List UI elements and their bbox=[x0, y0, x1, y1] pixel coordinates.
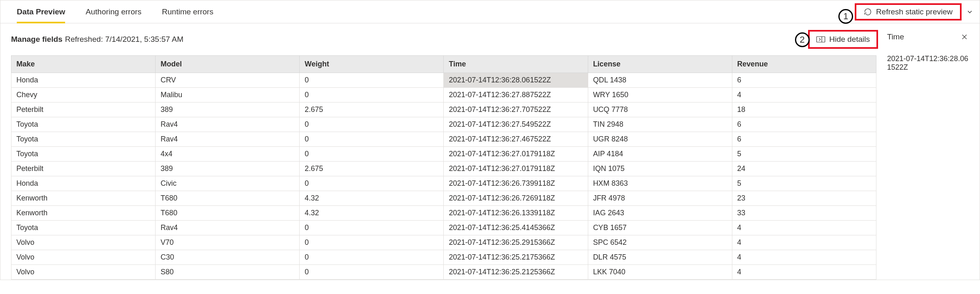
table-row[interactable]: VolvoV7002021-07-14T12:36:25.2915366ZSPC… bbox=[11, 235, 876, 250]
table-cell[interactable]: 0 bbox=[300, 117, 444, 132]
table-cell[interactable]: Honda bbox=[11, 73, 156, 88]
table-cell[interactable]: 0 bbox=[300, 250, 444, 265]
table-row[interactable]: KenworthT6804.322021-07-14T12:36:26.1339… bbox=[11, 206, 876, 221]
table-cell[interactable]: 4.32 bbox=[300, 206, 444, 221]
table-cell[interactable]: 4.32 bbox=[300, 191, 444, 206]
expand-toggle-button[interactable] bbox=[960, 0, 980, 23]
table-cell[interactable]: Toyota bbox=[11, 147, 156, 162]
table-cell[interactable]: DLR 4575 bbox=[588, 250, 732, 265]
table-cell[interactable]: QDL 1438 bbox=[588, 73, 732, 88]
table-cell[interactable]: 2021-07-14T12:36:25.4145366Z bbox=[444, 221, 588, 235]
table-cell[interactable]: 0 bbox=[300, 221, 444, 235]
table-row[interactable]: ToyotaRav402021-07-14T12:36:27.549522ZTI… bbox=[11, 117, 876, 132]
table-row[interactable]: VolvoS8002021-07-14T12:36:25.2125366ZLKK… bbox=[11, 265, 876, 280]
table-cell[interactable]: 4 bbox=[732, 250, 876, 265]
table-cell[interactable]: WRY 1650 bbox=[588, 88, 732, 103]
table-cell[interactable]: C30 bbox=[156, 250, 300, 265]
table-cell[interactable]: TIN 2948 bbox=[588, 117, 732, 132]
table-cell[interactable]: Rav4 bbox=[156, 117, 300, 132]
table-row[interactable]: KenworthT6804.322021-07-14T12:36:26.7269… bbox=[11, 191, 876, 206]
table-cell[interactable]: 4 bbox=[732, 88, 876, 103]
hide-details-button[interactable]: Hide details bbox=[810, 32, 876, 47]
table-cell[interactable]: 2021-07-14T12:36:27.707522Z bbox=[444, 103, 588, 117]
table-cell[interactable]: CRV bbox=[156, 73, 300, 88]
column-header[interactable]: Time bbox=[444, 56, 588, 73]
table-cell[interactable]: 0 bbox=[300, 147, 444, 162]
table-cell[interactable]: Volvo bbox=[11, 235, 156, 250]
tab-authoring-errors[interactable]: Authoring errors bbox=[80, 0, 147, 23]
data-table[interactable]: MakeModelWeightTimeLicenseRevenue HondaC… bbox=[11, 55, 876, 280]
column-header[interactable]: Weight bbox=[300, 56, 444, 73]
table-cell[interactable]: Peterbilt bbox=[11, 162, 156, 176]
table-cell[interactable]: CYB 1657 bbox=[588, 221, 732, 235]
table-cell[interactable]: 2021-07-14T12:36:27.0179118Z bbox=[444, 162, 588, 176]
table-cell[interactable]: T680 bbox=[156, 206, 300, 221]
table-cell[interactable]: 0 bbox=[300, 73, 444, 88]
table-cell[interactable]: 2.675 bbox=[300, 162, 444, 176]
table-cell[interactable]: SPC 6542 bbox=[588, 235, 732, 250]
table-cell[interactable]: 2021-07-14T12:36:25.2915366Z bbox=[444, 235, 588, 250]
table-row[interactable]: HondaCivic02021-07-14T12:36:26.7399118ZH… bbox=[11, 176, 876, 191]
table-cell[interactable]: 0 bbox=[300, 88, 444, 103]
table-cell[interactable]: 0 bbox=[300, 235, 444, 250]
table-cell[interactable]: 5 bbox=[732, 176, 876, 191]
table-cell[interactable]: Peterbilt bbox=[11, 103, 156, 117]
table-cell[interactable]: Chevy bbox=[11, 88, 156, 103]
table-cell[interactable]: UGR 8248 bbox=[588, 132, 732, 147]
table-cell[interactable]: 2021-07-14T12:36:27.549522Z bbox=[444, 117, 588, 132]
table-cell[interactable]: Toyota bbox=[11, 132, 156, 147]
table-cell[interactable]: 5 bbox=[732, 147, 876, 162]
table-cell[interactable]: LKK 7040 bbox=[588, 265, 732, 280]
table-cell[interactable]: 2021-07-14T12:36:25.2125366Z bbox=[444, 265, 588, 280]
table-cell[interactable]: 6 bbox=[732, 132, 876, 147]
table-cell[interactable]: Volvo bbox=[11, 250, 156, 265]
close-details-button[interactable] bbox=[959, 32, 970, 42]
column-header[interactable]: Make bbox=[11, 56, 156, 73]
table-cell[interactable]: Toyota bbox=[11, 117, 156, 132]
refresh-static-preview-button[interactable]: Refresh static preview bbox=[856, 5, 960, 19]
table-row[interactable]: Toyota4x402021-07-14T12:36:27.0179118ZAI… bbox=[11, 147, 876, 162]
table-cell[interactable]: 4 bbox=[732, 265, 876, 280]
table-cell[interactable]: 2021-07-14T12:36:26.7269118Z bbox=[444, 191, 588, 206]
table-cell[interactable]: Honda bbox=[11, 176, 156, 191]
column-header[interactable]: Revenue bbox=[732, 56, 876, 73]
table-cell[interactable]: 18 bbox=[732, 103, 876, 117]
table-row[interactable]: HondaCRV02021-07-14T12:36:28.061522ZQDL … bbox=[11, 73, 876, 88]
table-row[interactable]: ChevyMalibu02021-07-14T12:36:27.887522ZW… bbox=[11, 88, 876, 103]
table-cell[interactable]: Volvo bbox=[11, 265, 156, 280]
table-cell[interactable]: 6 bbox=[732, 117, 876, 132]
table-cell[interactable]: Rav4 bbox=[156, 132, 300, 147]
table-cell[interactable]: 2021-07-14T12:36:26.7399118Z bbox=[444, 176, 588, 191]
table-cell[interactable]: 4 bbox=[732, 235, 876, 250]
table-row[interactable]: Peterbilt3892.6752021-07-14T12:36:27.017… bbox=[11, 162, 876, 176]
table-cell[interactable]: 6 bbox=[732, 73, 876, 88]
table-row[interactable]: VolvoC3002021-07-14T12:36:25.2175366ZDLR… bbox=[11, 250, 876, 265]
table-cell[interactable]: 4 bbox=[732, 221, 876, 235]
table-cell[interactable]: 0 bbox=[300, 176, 444, 191]
table-row[interactable]: Peterbilt3892.6752021-07-14T12:36:27.707… bbox=[11, 103, 876, 117]
table-cell[interactable]: JFR 4978 bbox=[588, 191, 732, 206]
column-header[interactable]: License bbox=[588, 56, 732, 73]
table-cell[interactable]: 2021-07-14T12:36:28.061522Z bbox=[444, 73, 588, 88]
table-cell[interactable]: S80 bbox=[156, 265, 300, 280]
table-cell[interactable]: 23 bbox=[732, 191, 876, 206]
table-cell[interactable]: 2021-07-14T12:36:27.0179118Z bbox=[444, 147, 588, 162]
tab-runtime-errors[interactable]: Runtime errors bbox=[156, 0, 219, 23]
table-cell[interactable]: 2021-07-14T12:36:27.887522Z bbox=[444, 88, 588, 103]
table-cell[interactable]: Kenworth bbox=[11, 191, 156, 206]
table-cell[interactable]: IAG 2643 bbox=[588, 206, 732, 221]
table-cell[interactable]: HXM 8363 bbox=[588, 176, 732, 191]
table-cell[interactable]: 24 bbox=[732, 162, 876, 176]
table-cell[interactable]: Kenworth bbox=[11, 206, 156, 221]
table-row[interactable]: ToyotaRav402021-07-14T12:36:27.467522ZUG… bbox=[11, 132, 876, 147]
table-cell[interactable]: 33 bbox=[732, 206, 876, 221]
table-cell[interactable]: UCQ 7778 bbox=[588, 103, 732, 117]
tab-data-preview[interactable]: Data Preview bbox=[11, 0, 71, 23]
column-header[interactable]: Model bbox=[156, 56, 300, 73]
table-cell[interactable]: 4x4 bbox=[156, 147, 300, 162]
table-cell[interactable]: AIP 4184 bbox=[588, 147, 732, 162]
table-cell[interactable]: Rav4 bbox=[156, 221, 300, 235]
table-cell[interactable]: 0 bbox=[300, 132, 444, 147]
table-cell[interactable]: 2021-07-14T12:36:25.2175366Z bbox=[444, 250, 588, 265]
table-cell[interactable]: 2021-07-14T12:36:27.467522Z bbox=[444, 132, 588, 147]
